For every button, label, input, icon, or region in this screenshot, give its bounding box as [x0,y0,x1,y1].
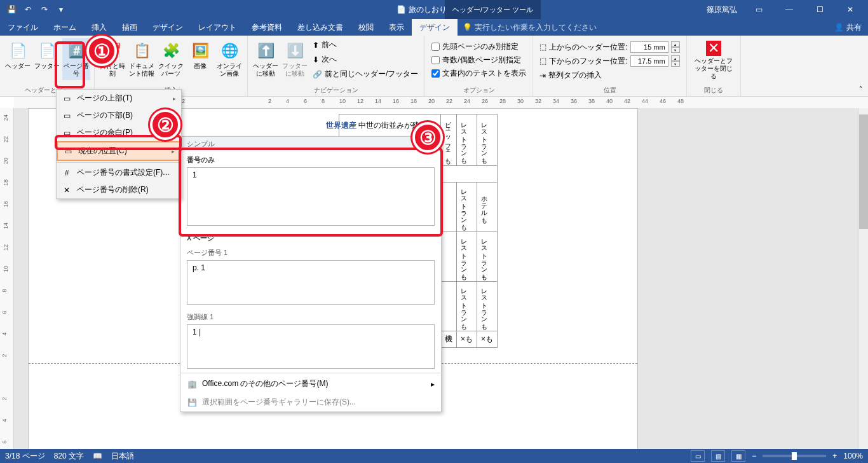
quick-access-toolbar: 💾 ↶ ↷ ▾ [0,2,72,17]
save-gallery-icon: 💾 [187,397,197,408]
prev-icon: ⬆ [313,41,319,50]
save-selection-to-gallery[interactable]: 💾選択範囲をページ番号ギャラリーに保存(S)... [180,393,441,411]
close-hf-icon: ✕ [706,41,721,56]
header-from-top-row: ⬚ 上からのヘッダー位置: ▴▾ [537,41,682,53]
share-label: 共有 [846,22,862,33]
tell-me-search[interactable]: 💡 実行したい作業を入力してください [463,22,597,33]
footer-button[interactable]: 📄フッター [33,38,61,80]
collapse-ribbon-icon[interactable]: ˄ [855,83,865,93]
gallery-item-accent-1[interactable]: 1 | [187,324,435,369]
chevron-right-icon: ▸ [173,95,176,102]
tab-references[interactable]: 参考資料 [244,19,290,36]
tab-file[interactable]: ファイル [0,19,46,36]
margin-icon: ▭ [62,128,72,138]
align-tab-button[interactable]: ⇥整列タブの挿入 [537,69,682,82]
menu-remove-page-numbers[interactable]: ✕ページ番号の削除(R) [57,181,181,198]
bottom-icon: ▭ [62,111,72,121]
contextual-tab-title: ヘッダー/フッター ツール [445,0,541,19]
menu-top-of-page[interactable]: ▭ページの上部(T)▸ [57,90,181,107]
web-layout-icon[interactable]: ▦ [731,450,745,462]
group-label-close: 閉じる [691,86,736,96]
header-button[interactable]: 📄ヘッダー [4,38,32,80]
next-section-button[interactable]: ⬇次へ [310,53,421,66]
online-image-button[interactable]: 🌐オンライン画像 [215,38,243,80]
share-button[interactable]: 👤 共有 [828,22,868,33]
ribbon-group-options: 先頭ページのみ別指定 奇数/偶数ページ別指定 文書内のテキストを表示 オプション [425,36,533,96]
tab-layout[interactable]: レイアウト [191,19,244,36]
gallery-category-plain: 番号のみ [180,151,441,166]
close-hf-button[interactable]: ✕ヘッダーとフッターを閉じる [691,38,736,83]
tab-mailings[interactable]: 差し込み文書 [290,19,351,36]
qat-more-icon[interactable]: ▾ [53,2,69,17]
separator [180,373,441,373]
vertical-scrollbar[interactable] [858,108,868,449]
tab-review[interactable]: 校閲 [351,19,381,36]
gallery-item-page-number-1[interactable]: p. 1 [187,260,435,305]
ribbon-group-position: ⬚ 上からのヘッダー位置: ▴▾ ⬚ 下からのフッター位置: ▴▾ ⇥整列タブの… [533,36,686,96]
ribbon: 📄ヘッダー 📄フッター #️⃣ページ番号 ヘッダーとフッ 📅日付と時刻 📋ドキュ… [0,36,868,97]
tell-me-text: 実行したい作業を入力してください [475,22,597,33]
maximize-icon[interactable]: ☐ [806,0,834,19]
tab-insert[interactable]: 挿入 [84,19,114,36]
status-bar: 3/18 ページ 820 文字 📖 日本語 ▭ ▤ ▦ − + 100% [0,449,868,463]
prev-section-button[interactable]: ⬆前へ [310,38,421,52]
image-icon: 🖼️ [190,41,210,61]
show-doc-text-checkbox[interactable]: 文書内のテキストを表示 [429,67,529,79]
zoom-level[interactable]: 100% [843,452,863,460]
more-from-office-com[interactable]: 🏢Office.com のその他のページ番号(M)▸ [180,375,441,393]
goto-footer-button[interactable]: ⬇️フッターに移動 [281,38,309,81]
menu-current-position[interactable]: ▭現在の位置(C)▸ [57,141,181,161]
gallery-item-plain-number[interactable]: 1 [187,167,435,226]
read-mode-icon[interactable]: ▭ [691,450,705,462]
footer-spinner[interactable]: ▴▾ [671,55,680,67]
doc-info-button[interactable]: 📋ドキュメント情報 [128,38,156,80]
scroll-thumb[interactable] [859,114,868,229]
zoom-slider[interactable] [763,455,826,457]
header-spinner[interactable]: ▴▾ [671,41,680,53]
share-icon: 👤 [834,23,844,32]
zoom-out-button[interactable]: − [752,452,756,460]
header-position-input[interactable] [630,41,668,53]
ribbon-group-close: ✕ヘッダーとフッターを閉じる 閉じる [687,36,741,96]
quick-parts-icon: 🧩 [161,41,181,61]
odd-even-different-checkbox[interactable]: 奇数/偶数ページ別指定 [429,54,529,66]
word-count[interactable]: 820 文字 [54,451,84,462]
close-icon[interactable]: ✕ [836,0,864,19]
tab-hf-design[interactable]: デザイン [412,19,458,36]
title-bar: 💾 ↶ ↷ ▾ 📄 旅のしおり - Word ヘッダー/フッター ツール 篠原篤… [0,0,868,19]
menu-format-page-numbers[interactable]: #ページ番号の書式設定(F)... [57,164,181,181]
annotation-1: ① [86,36,117,66]
annotation-3: ③ [412,122,443,153]
tab-design[interactable]: デザイン [145,19,191,36]
quick-parts-button[interactable]: 🧩クイック パーツ [157,38,185,80]
ribbon-display-icon[interactable]: ▭ [745,0,773,19]
tab-view[interactable]: 表示 [381,19,412,36]
footer-position-input[interactable] [630,55,668,67]
page-number-button[interactable]: #️⃣ページ番号 [62,38,90,80]
language-indicator[interactable]: 日本語 [111,451,134,462]
zoom-in-button[interactable]: + [832,452,837,460]
link-previous-button[interactable]: 🔗前と同じヘッダー/フッター [310,67,421,81]
goto-header-button[interactable]: ⬆️ヘッダーに移動 [252,38,280,81]
print-layout-icon[interactable]: ▤ [711,450,725,462]
first-page-different-checkbox[interactable]: 先頭ページのみ別指定 [429,41,529,53]
lightbulb-icon: 💡 [463,23,472,32]
save-icon[interactable]: 💾 [4,2,19,17]
vertical-ruler[interactable]: 24222018161412108642246 [0,108,14,463]
page-indicator[interactable]: 3/18 ページ [5,451,45,462]
doc-info-icon: 📋 [132,41,152,61]
ribbon-group-insert: 📅日付と時刻 📋ドキュメント情報 🧩クイック パーツ 🖼️画像 🌐オンライン画像… [95,36,248,96]
goto-footer-icon: ⬇️ [285,41,305,61]
zoom-handle[interactable] [792,452,797,460]
redo-icon[interactable]: ↷ [37,2,52,17]
user-name[interactable]: 篠原篤弘 [702,4,742,15]
proofing-icon[interactable]: 📖 [93,452,102,460]
minimize-icon[interactable]: ― [775,0,803,19]
page-number-icon: #️⃣ [66,41,86,61]
image-button[interactable]: 🖼️画像 [186,38,214,80]
tab-draw[interactable]: 描画 [114,19,145,36]
top-icon: ▭ [62,93,72,104]
undo-icon[interactable]: ↶ [20,2,36,17]
tab-home[interactable]: ホーム [46,19,84,36]
group-label-opt: オプション [429,86,529,96]
